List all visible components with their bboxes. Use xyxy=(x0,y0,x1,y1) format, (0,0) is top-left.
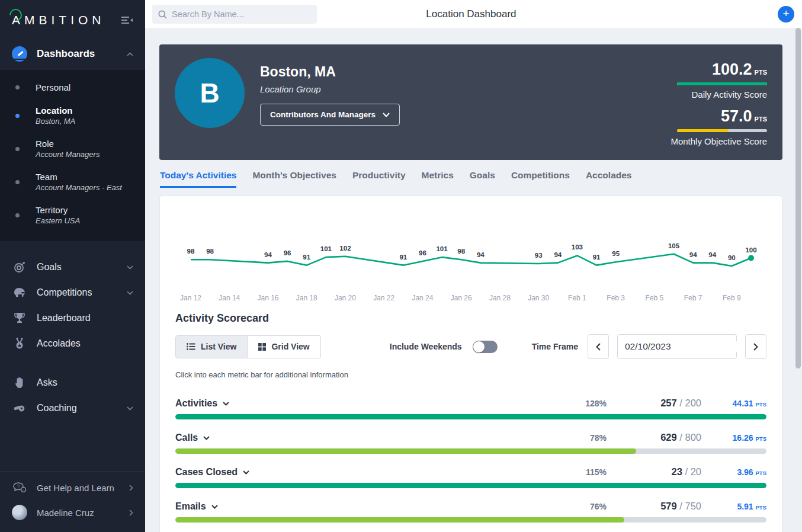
metric-value: 629 / 800 xyxy=(607,432,701,443)
search-icon xyxy=(158,10,167,19)
sidebar-item-accolades[interactable]: Accolades xyxy=(0,331,145,357)
main-area: Location Dashboard + B Boston, MA Locati… xyxy=(145,0,802,532)
time-frame-controls: Time Frame xyxy=(532,334,766,359)
x-axis-tick-label: Feb 1 xyxy=(568,294,586,302)
point-value-label: 94 xyxy=(477,251,485,258)
chevron-down-icon[interactable] xyxy=(211,505,218,509)
metric-row-calls[interactable]: Calls 78% 629 / 800 16.26 PTS xyxy=(175,432,766,454)
chevron-down-icon[interactable] xyxy=(223,402,229,406)
sidebar-collapse-icon[interactable] xyxy=(120,15,133,25)
tab-metrics[interactable]: Metrics xyxy=(422,170,454,188)
metric-row-emails[interactable]: Emails 76% 579 / 750 5.91 PTS xyxy=(175,501,766,523)
tab-months-objectives[interactable]: Month's Objectives xyxy=(252,170,336,188)
search-box[interactable] xyxy=(152,5,317,24)
dashboards-label: Dashboards xyxy=(37,48,127,60)
app-root: AMBITION Dashboards Personal Locatio xyxy=(0,0,802,532)
sidebar-item-leaderboard[interactable]: Leaderboard xyxy=(0,305,145,331)
grid-view-button[interactable]: Grid View xyxy=(248,335,320,358)
bullet-icon xyxy=(15,213,20,217)
group-selector-button[interactable]: Contributors And Managers xyxy=(260,104,400,126)
point-value-label: 94 xyxy=(708,251,716,258)
target-icon xyxy=(12,261,27,273)
scorecard-title: Activity Scorecard xyxy=(175,312,766,325)
bullet-icon xyxy=(15,85,20,89)
user-menu-item[interactable]: Madeline Cruz xyxy=(0,499,145,526)
sidebar-item-goals[interactable]: Goals xyxy=(0,254,145,280)
page-title: Location Dashboard xyxy=(426,8,516,20)
bullet-icon xyxy=(15,147,20,151)
prev-day-button[interactable] xyxy=(588,334,609,359)
metric-bar[interactable] xyxy=(175,517,766,523)
monthly-objective-score: 57.0PTS Monthly Objective Score xyxy=(671,107,767,146)
sidebar-item-asks[interactable]: Asks xyxy=(0,370,145,396)
chevron-down-icon[interactable] xyxy=(243,470,249,475)
activity-card: 9898949691101102919610198949394103919510… xyxy=(159,196,782,532)
tab-competitions[interactable]: Competitions xyxy=(511,170,570,188)
point-value-label: 98 xyxy=(457,248,465,255)
x-axis-tick-label: Jan 24 xyxy=(412,294,433,302)
tab-accolades[interactable]: Accolades xyxy=(586,170,632,188)
metric-value: 579 / 750 xyxy=(607,501,701,512)
x-axis-tick-label: Jan 22 xyxy=(373,294,394,302)
list-view-button[interactable]: List View xyxy=(175,335,248,358)
metric-row-cases-closed[interactable]: Cases Closed 115% 23 / 20 3.96 PTS xyxy=(175,466,766,488)
include-weekends-toggle[interactable] xyxy=(473,341,498,353)
metric-points: 16.26 PTS xyxy=(701,433,766,443)
x-axis-tick-label: Feb 3 xyxy=(607,294,625,302)
activity-trend-chart: 9898949691101102919610198949394103919510… xyxy=(175,214,766,304)
sidebar-item-competitions[interactable]: Competitions xyxy=(0,280,145,305)
metric-bar[interactable] xyxy=(175,483,766,488)
bullet-icon-active xyxy=(15,114,20,118)
include-weekends-label: Include Weekends xyxy=(390,342,462,351)
daily-score-bar xyxy=(677,82,767,85)
x-axis-tick-label: Jan 18 xyxy=(296,294,317,302)
metric-bar[interactable] xyxy=(175,414,766,419)
get-help-item[interactable]: i? Get Help and Learn xyxy=(0,476,145,499)
sidebar-item-location[interactable]: Location Boston, MA xyxy=(0,99,145,132)
scrollbar[interactable] xyxy=(795,28,801,532)
metric-row-activities[interactable]: Activities 128% 257 / 200 44.31 PTS xyxy=(175,398,766,419)
sidebar: AMBITION Dashboards Personal Locatio xyxy=(0,0,145,532)
sidebar-item-dashboards[interactable]: Dashboards xyxy=(0,38,145,70)
chevron-right-icon xyxy=(129,485,133,491)
next-day-button[interactable] xyxy=(745,334,766,359)
date-picker[interactable] xyxy=(617,334,737,359)
chevron-down-icon[interactable] xyxy=(203,436,210,440)
tab-todays-activities[interactable]: Today's Activities xyxy=(160,170,236,188)
point-value-label: 91 xyxy=(399,254,407,261)
sidebar-item-team[interactable]: Team Account Managers - East xyxy=(0,165,145,198)
bullet-icon xyxy=(15,180,20,184)
sidebar-item-territory[interactable]: Territory Eastern USA xyxy=(0,198,145,232)
chevron-down-icon xyxy=(383,113,390,117)
metric-percent: 128% xyxy=(553,399,607,408)
point-value-label: 98 xyxy=(206,248,214,255)
tab-productivity[interactable]: Productivity xyxy=(352,170,406,188)
x-axis-tick-label: Jan 12 xyxy=(180,294,201,302)
sidebar-item-personal[interactable]: Personal xyxy=(0,76,145,99)
scrollbar-thumb[interactable] xyxy=(795,28,801,368)
point-value-label: 90 xyxy=(728,254,736,261)
chevron-right-icon xyxy=(129,509,133,516)
x-axis-tick-label: Jan 14 xyxy=(219,294,240,302)
current-point-dot xyxy=(748,255,754,261)
add-button[interactable]: + xyxy=(778,6,794,23)
date-input[interactable] xyxy=(625,341,743,352)
content-scroll-area: B Boston, MA Location Group Contributors… xyxy=(145,29,802,532)
daily-activity-score: 100.2PTS Daily Activity Score xyxy=(677,60,767,100)
metric-bar[interactable] xyxy=(175,448,766,454)
tab-goals[interactable]: Goals xyxy=(470,170,495,188)
point-value-label: 100 xyxy=(745,246,756,254)
sidebar-item-coaching[interactable]: Coaching xyxy=(0,396,145,421)
svg-text:i: i xyxy=(23,488,23,492)
x-axis-tick-label: Jan 26 xyxy=(451,294,472,302)
point-value-label: 101 xyxy=(436,245,448,252)
sidebar-footer: i? Get Help and Learn Madeline Cruz xyxy=(0,471,145,532)
search-input[interactable] xyxy=(172,9,302,19)
location-avatar: B xyxy=(175,58,245,128)
x-axis-tick-label: Jan 30 xyxy=(528,294,549,302)
point-value-label: 102 xyxy=(339,245,351,252)
sidebar-item-role[interactable]: Role Account Managers xyxy=(0,132,145,165)
point-value-label: 91 xyxy=(303,254,310,261)
chevron-down-icon xyxy=(127,406,133,411)
point-value-label: 96 xyxy=(284,249,291,257)
